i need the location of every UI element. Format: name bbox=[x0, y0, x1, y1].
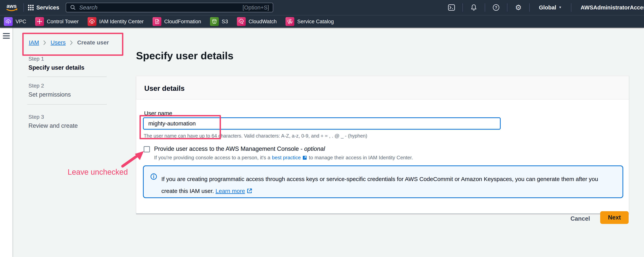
side-navigation-rail bbox=[0, 28, 13, 257]
console-access-helper-prefix: If you're providing console access to a … bbox=[154, 155, 270, 161]
card-header: User details bbox=[136, 76, 629, 99]
iam-identity-center-icon bbox=[88, 17, 96, 26]
breadcrumb-iam-link[interactable]: IAM bbox=[29, 39, 39, 46]
service-catalog-icon bbox=[286, 17, 294, 26]
external-link-icon[interactable] bbox=[247, 188, 252, 194]
notifications-bell-icon bbox=[470, 4, 477, 11]
favorites-item-control-tower[interactable]: Control Tower bbox=[35, 17, 79, 26]
favorites-item-label: CloudWatch bbox=[248, 19, 277, 25]
info-alert-text: If you are creating programmatic access … bbox=[162, 173, 611, 197]
console-access-label-text: Provide user access to the AWS Managemen… bbox=[154, 145, 304, 152]
divider bbox=[571, 3, 572, 12]
svg-text:?: ? bbox=[495, 5, 498, 10]
top-navigation-bar: aws Services Search [Option+S] bbox=[0, 0, 644, 15]
breadcrumb: IAM Users Create user bbox=[29, 39, 109, 46]
services-menu-button[interactable]: Services bbox=[28, 5, 59, 11]
divider bbox=[27, 104, 107, 105]
aws-console-page: aws Services Search [Option+S] bbox=[0, 0, 644, 257]
favorites-item-label: Service Catalog bbox=[297, 19, 334, 25]
favorites-item-label: VPC bbox=[16, 19, 26, 25]
search-icon bbox=[70, 5, 76, 11]
search-shortcut-hint: [Option+S] bbox=[242, 5, 269, 11]
chevron-down-icon: ▼ bbox=[558, 6, 562, 10]
username-helper-text: The user name can have up to 64 characte… bbox=[144, 133, 367, 139]
gear-icon: ⚙ bbox=[515, 4, 522, 11]
divider bbox=[485, 3, 485, 12]
favorites-bar: VPC Control Tower IAM Identity Center Cl… bbox=[0, 15, 644, 28]
account-menu[interactable]: AWSAdministratorAccess/mvlahovic@xoogify… bbox=[576, 5, 644, 11]
services-grid-icon bbox=[28, 5, 34, 11]
cloudshell-button[interactable] bbox=[445, 4, 458, 11]
username-label: User name bbox=[144, 110, 172, 117]
step-2-title[interactable]: Set permissions bbox=[28, 91, 71, 98]
services-label: Services bbox=[36, 5, 59, 11]
region-label: Global bbox=[539, 5, 556, 11]
console-access-label: Provide user access to the AWS Managemen… bbox=[154, 145, 325, 152]
favorites-item-cloudwatch[interactable]: CloudWatch bbox=[237, 17, 277, 26]
console-access-helper: If you're providing console access to a … bbox=[154, 155, 413, 161]
page-title: Specify user details bbox=[136, 50, 234, 62]
favorites-item-cloudformation[interactable]: CloudFormation bbox=[152, 17, 201, 26]
console-access-optional-text: optional bbox=[304, 145, 325, 152]
breadcrumb-current: Create user bbox=[77, 39, 109, 46]
console-access-helper-suffix: to manage their access in IAM Identity C… bbox=[309, 155, 413, 161]
external-link-icon[interactable] bbox=[302, 155, 307, 160]
help-button[interactable]: ? bbox=[489, 4, 503, 11]
region-selector[interactable]: Global ▼ bbox=[534, 5, 567, 11]
control-tower-icon bbox=[35, 17, 44, 26]
cloudshell-icon bbox=[448, 4, 455, 11]
annotation-arrow-icon bbox=[118, 147, 147, 169]
global-search-input[interactable]: Search [Option+S] bbox=[66, 3, 273, 12]
favorites-item-iam-identity-center[interactable]: IAM Identity Center bbox=[88, 17, 144, 26]
notifications-button[interactable] bbox=[467, 4, 480, 11]
username-input[interactable] bbox=[143, 117, 501, 130]
favorites-item-label: Control Tower bbox=[47, 19, 79, 25]
learn-more-link[interactable]: Learn more bbox=[216, 188, 245, 194]
card-header-title: User details bbox=[144, 84, 185, 93]
best-practice-link[interactable]: best practice bbox=[272, 155, 301, 161]
annotation-note: Leave unchecked bbox=[68, 168, 128, 176]
s3-icon bbox=[210, 17, 219, 26]
info-icon bbox=[150, 173, 157, 180]
chevron-right-icon bbox=[70, 40, 73, 45]
aws-logo[interactable]: aws bbox=[5, 3, 19, 12]
favorites-item-s3[interactable]: S3 bbox=[210, 17, 228, 26]
favorites-item-service-catalog[interactable]: Service Catalog bbox=[286, 17, 334, 26]
divider bbox=[462, 3, 463, 12]
search-placeholder: Search bbox=[79, 4, 242, 11]
divider bbox=[507, 3, 508, 12]
divider bbox=[529, 3, 530, 12]
favorites-item-vpc[interactable]: VPC bbox=[4, 17, 26, 26]
help-icon: ? bbox=[492, 4, 500, 11]
cancel-button[interactable]: Cancel bbox=[567, 215, 594, 222]
aws-logo-icon: aws bbox=[5, 3, 19, 12]
step-3-label: Step 3 bbox=[28, 114, 44, 120]
next-button[interactable]: Next bbox=[600, 211, 629, 224]
step-1-label: Step 1 bbox=[28, 56, 44, 62]
divider bbox=[27, 77, 107, 77]
favorites-item-label: CloudFormation bbox=[164, 19, 201, 25]
info-alert: If you are creating programmatic access … bbox=[143, 165, 623, 198]
step-3-title[interactable]: Review and create bbox=[28, 122, 78, 129]
step-1-title[interactable]: Specify user details bbox=[28, 64, 84, 71]
favorites-item-label: IAM Identity Center bbox=[99, 19, 144, 25]
chevron-right-icon bbox=[43, 40, 46, 45]
cloudformation-icon bbox=[152, 17, 162, 26]
vpc-icon bbox=[4, 17, 13, 26]
menu-hamburger-icon[interactable] bbox=[3, 33, 10, 40]
step-2-label: Step 2 bbox=[28, 83, 44, 89]
favorites-item-label: S3 bbox=[222, 19, 228, 25]
svg-text:aws: aws bbox=[6, 3, 17, 9]
breadcrumb-users-link[interactable]: Users bbox=[50, 39, 66, 46]
topbar-right-cluster: ? ⚙ Global ▼ AWSAdministratorAccess/mvla… bbox=[445, 0, 644, 15]
settings-button[interactable]: ⚙ bbox=[512, 4, 525, 11]
divider bbox=[24, 3, 24, 12]
cloudwatch-icon bbox=[237, 17, 246, 26]
